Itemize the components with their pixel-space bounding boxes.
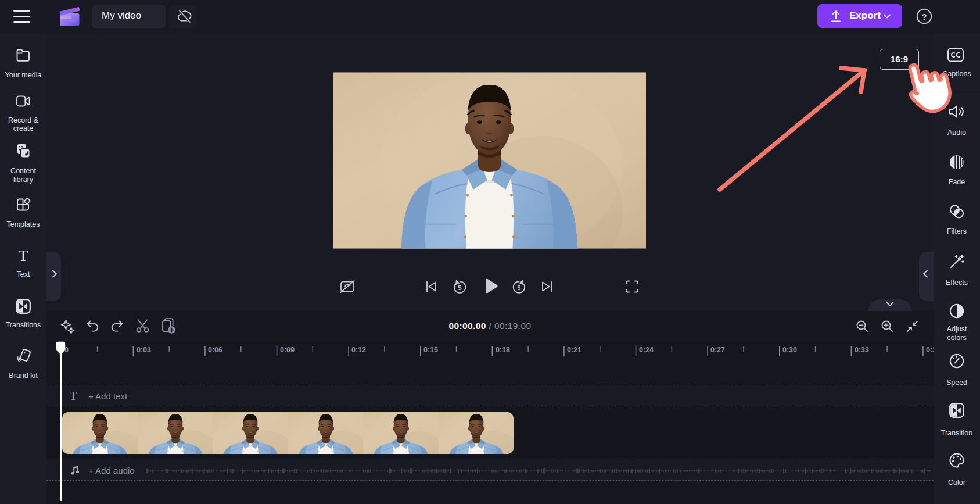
svg-text:5: 5 [517, 284, 521, 291]
svg-text:5: 5 [458, 284, 462, 291]
svg-text:T: T [18, 247, 28, 263]
svg-text:?: ? [921, 12, 927, 22]
